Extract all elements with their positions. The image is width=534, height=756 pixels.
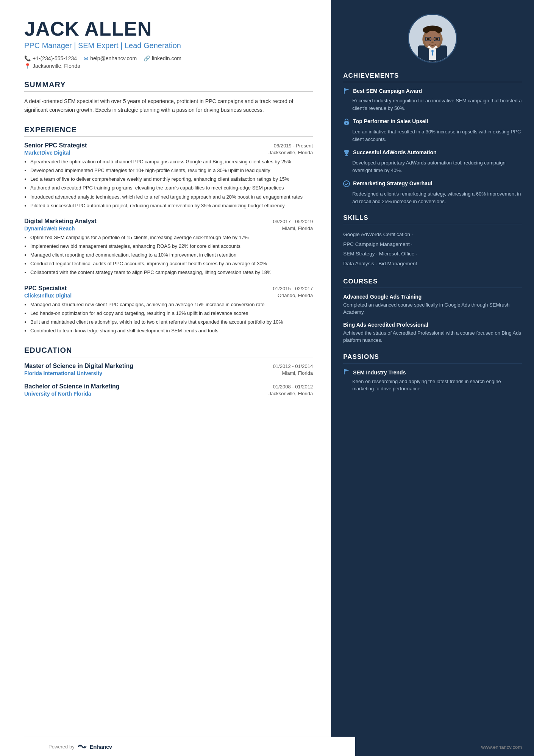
bullet-1-5: Introduced advanced analytic techniques,… [30, 193, 313, 201]
skill-line-1: Google AdWords Certification · [343, 230, 522, 239]
achievement-icon-2 [343, 118, 350, 127]
bullet-1-6: Piloted a successful PPC automation proj… [30, 202, 313, 210]
summary-body: A detail-oriented SEM specialist with ov… [24, 97, 313, 114]
bullet-3-4: Contributed to team knowledge sharing an… [30, 327, 313, 335]
edu-location-1: Miami, Florida [282, 370, 313, 376]
right-column: ACHIEVEMENTS Best SEM Campaign Award Rec… [331, 0, 534, 756]
education-section: EDUCATION Master of Science in Digital M… [24, 346, 313, 397]
linkedin-contact[interactable]: 🔗 linkedin.com [144, 55, 181, 61]
edu-header-1: Master of Science in Digital Marketing 0… [24, 363, 313, 369]
bullet-3-1: Managed and structured new client PPC ca… [30, 301, 313, 308]
achievement-desc-1: Received industry recognition for an inn… [343, 97, 522, 112]
achievement-icon-4 [343, 180, 350, 189]
brand-name: Enhancv [90, 743, 112, 750]
achievement-title-4: Remarketing Strategy Overhaul [353, 180, 432, 187]
edu-school-1: Florida International University [24, 370, 102, 376]
bullet-2-3: Managed client reporting and communicati… [30, 251, 313, 259]
course-1: Advanced Google Ads Training Completed a… [343, 293, 522, 316]
bullet-1-4: Authored and executed PPC training progr… [30, 184, 313, 192]
achievement-header-1: Best SEM Campaign Award [343, 88, 522, 95]
edu-degree-2: Bachelor of Science in Marketing [24, 383, 120, 390]
svg-rect-14 [344, 88, 345, 94]
course-desc-2: Achieved the status of Accredited Profes… [343, 329, 522, 344]
lock-icon [343, 118, 350, 125]
location-pin-icon: 📍 [24, 63, 31, 69]
job-title-3: PPC Specialist [24, 285, 67, 292]
bullet-3-3: Built and maintained client relationship… [30, 318, 313, 326]
job-title-2: Digital Marketing Analyst [24, 218, 97, 225]
edu-header-2: Bachelor of Science in Marketing 01/2008… [24, 383, 313, 390]
job-header-3: PPC Specialist 01/2015 - 02/2017 [24, 285, 313, 292]
courses-section: COURSES Advanced Google Ads Training Com… [331, 278, 534, 344]
achievement-title-3: Successful AdWords Automation [353, 149, 436, 156]
bullet-2-4: Conducted regular technical audits of PP… [30, 260, 313, 268]
achievement-3: Successful AdWords Automation Developed … [343, 149, 522, 174]
skills-text: Google AdWords Certification · PPC Campa… [343, 230, 522, 269]
job-subheader-3: ClicksInflux Digital Orlando, Florida [24, 293, 313, 299]
trophy-icon [343, 149, 350, 156]
edu-location-2: Jacksonville, Florida [269, 391, 313, 397]
powered-by-label: Powered by [48, 744, 75, 750]
enhancv-logo-svg [77, 743, 87, 750]
edu-dates-1: 01/2012 - 01/2014 [273, 363, 313, 369]
job-dates-2: 03/2017 - 05/2019 [273, 219, 313, 224]
skill-line-4: Data Analysis · Bid Management [343, 259, 522, 269]
edu-subheader-1: Florida International University Miami, … [24, 370, 313, 376]
phone-number: +1-(234)-555-1234 [33, 55, 77, 61]
footer: Powered by Enhancv [24, 737, 355, 756]
svg-point-10 [427, 38, 430, 40]
passions-section: PASSIONS SEM Industry Trends Keen on res… [331, 353, 534, 393]
bullet-2-5: Collaborated with the content strategy t… [30, 269, 313, 276]
achievement-header-3: Successful AdWords Automation [343, 149, 522, 158]
bullet-3-2: Led hands-on optimization for ad copy an… [30, 310, 313, 317]
course-2: Bing Ads Accredited Professional Achieve… [343, 321, 522, 344]
achievement-4: Remarketing Strategy Overhaul Redesigned… [343, 180, 522, 205]
education-title: EDUCATION [24, 346, 313, 357]
job-bullets-1: Spearheaded the optimization of multi-ch… [24, 158, 313, 210]
job-block-3: PPC Specialist 01/2015 - 02/2017 ClicksI… [24, 285, 313, 335]
bullet-1-2: Developed and implemented PPC strategies… [30, 167, 313, 174]
course-desc-1: Completed an advanced course specificall… [343, 301, 522, 316]
edu-degree-1: Master of Science in Digital Marketing [24, 363, 133, 369]
achievement-title-1: Best SEM Campaign Award [353, 88, 422, 94]
candidate-name: JACK ALLEN [24, 18, 313, 40]
achievement-1: Best SEM Campaign Award Received industr… [343, 88, 522, 112]
passion-header-1: SEM Industry Trends [343, 369, 522, 376]
summary-title: SUMMARY [24, 80, 313, 92]
job-header-1: Senior PPC Strategist 06/2019 - Present [24, 142, 313, 149]
achievement-desc-4: Redesigned a client's remarketing strate… [343, 190, 522, 205]
job-location-3: Orlando, Florida [278, 293, 313, 299]
experience-title: EXPERIENCE [24, 125, 313, 137]
checkmark-icon [343, 180, 350, 187]
svg-marker-15 [345, 88, 349, 91]
contact-row: 📞 +1-(234)-555-1234 ✉ help@enhancv.com 🔗… [24, 55, 313, 61]
svg-rect-19 [345, 155, 348, 156]
company-2: DynamicWeb Reach [24, 225, 75, 232]
skill-line-2: PPC Campaign Management · [343, 239, 522, 249]
job-subheader-2: DynamicWeb Reach Miami, Florida [24, 225, 313, 232]
achievements-title: ACHIEVEMENTS [343, 72, 522, 82]
avatar [408, 14, 457, 63]
location-text: Jacksonville, Florida [33, 63, 80, 69]
svg-point-20 [344, 181, 350, 187]
footer-website: www.enhancv.com [481, 744, 522, 750]
experience-section: EXPERIENCE Senior PPC Strategist 06/2019… [24, 125, 313, 335]
resume-page: JACK ALLEN PPC Manager | SEM Expert | Le… [0, 0, 534, 756]
summary-section: SUMMARY A detail-oriented SEM specialist… [24, 80, 313, 114]
svg-rect-18 [346, 154, 347, 155]
achievement-icon-1 [343, 88, 350, 95]
achievement-header-4: Remarketing Strategy Overhaul [343, 180, 522, 189]
edu-school-2: University of North Florida [24, 391, 91, 397]
edu-block-2: Bachelor of Science in Marketing 01/2008… [24, 383, 313, 397]
passion-title-1: SEM Industry Trends [353, 369, 406, 376]
svg-point-12 [431, 42, 434, 43]
linkedin-url: linkedin.com [152, 55, 181, 61]
candidate-title: PPC Manager | SEM Expert | Lead Generati… [24, 41, 313, 50]
bullet-2-1: Optimized SEM campaigns for a portfolio … [30, 234, 313, 241]
svg-marker-22 [345, 369, 349, 372]
company-1: MarketDive Digital [24, 150, 70, 156]
company-3: ClicksInflux Digital [24, 293, 72, 299]
passion-1: SEM Industry Trends Keen on researching … [343, 369, 522, 393]
job-header-2: Digital Marketing Analyst 03/2017 - 05/2… [24, 218, 313, 225]
job-location-2: Miami, Florida [282, 225, 313, 232]
